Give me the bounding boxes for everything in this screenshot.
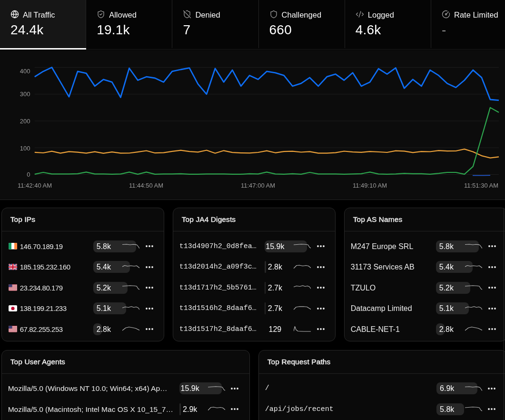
svg-text:100: 100 xyxy=(20,145,30,152)
svg-text:200: 200 xyxy=(20,118,30,125)
svg-text:300: 300 xyxy=(20,90,30,98)
svg-text:400: 400 xyxy=(20,68,30,75)
svg-text:0: 0 xyxy=(27,171,30,178)
